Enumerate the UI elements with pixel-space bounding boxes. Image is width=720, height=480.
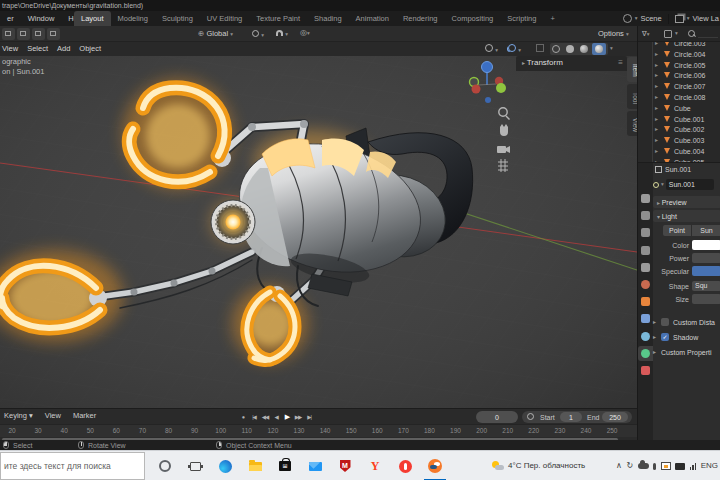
search-input[interactable]: ите здесь текст для поиска bbox=[0, 452, 145, 480]
viewport-menu-select[interactable]: Select bbox=[27, 45, 57, 53]
expand-icon[interactable]: ▸ bbox=[655, 72, 658, 78]
expand-icon[interactable]: ▸ bbox=[655, 51, 658, 57]
viewport-menu-view[interactable]: View bbox=[2, 45, 27, 53]
menu-window[interactable]: Window bbox=[21, 15, 62, 23]
shading-wireframe-button[interactable] bbox=[552, 45, 560, 55]
snap-toggle[interactable]: ▾ bbox=[276, 30, 288, 38]
datablock-name-field[interactable]: Sun.001 bbox=[666, 179, 714, 190]
workspace-tab-animation[interactable]: Animation bbox=[349, 11, 396, 26]
expand-icon[interactable]: ▸ bbox=[655, 94, 658, 100]
photos-icon[interactable] bbox=[661, 462, 671, 470]
transform-panel[interactable]: ▸ Transform ≡ bbox=[516, 56, 627, 71]
expand-icon[interactable]: ▸ bbox=[655, 148, 658, 154]
gizmos-dropdown[interactable]: ▾ bbox=[485, 44, 498, 54]
current-frame-field[interactable]: 0 bbox=[476, 411, 518, 423]
viewport-3d-scene[interactable] bbox=[0, 56, 637, 408]
properties-tab-modifiers[interactable] bbox=[638, 311, 653, 326]
properties-tab-scene[interactable] bbox=[638, 260, 653, 275]
show-hidden-icons[interactable]: ∧ bbox=[616, 462, 622, 470]
custom-dista-checkbox[interactable] bbox=[661, 318, 669, 326]
outliner-row[interactable]: ▸Cube.004 bbox=[638, 146, 720, 157]
expand-icon[interactable]: ▸ bbox=[655, 126, 658, 132]
workspace-tab-scripting[interactable]: Scripting bbox=[500, 11, 543, 26]
subpanel-shadow[interactable]: ▸✓Shadow bbox=[653, 332, 720, 343]
properties-tab-texture[interactable] bbox=[638, 363, 653, 378]
workspace-tab-layout[interactable]: Layout bbox=[74, 11, 111, 26]
filter-icon[interactable]: ∇▾ bbox=[642, 30, 649, 38]
timeline-menu-view[interactable]: View bbox=[43, 412, 71, 420]
language-indicator[interactable]: ENG bbox=[701, 462, 718, 470]
light-panel-header[interactable]: ▾ Light bbox=[653, 210, 720, 222]
options-dropdown[interactable]: Options ▾ bbox=[598, 30, 629, 38]
menu-er[interactable]: er bbox=[0, 15, 21, 23]
timeline-menu-marker[interactable]: Marker bbox=[71, 412, 106, 420]
workspace-tab-compositing[interactable]: Compositing bbox=[445, 11, 501, 26]
outliner-row[interactable]: ▸Circle.007 bbox=[638, 81, 720, 92]
wallet-icon[interactable] bbox=[675, 463, 685, 470]
taskbar-icon-file-explorer[interactable] bbox=[240, 451, 270, 480]
timeline-menu-keying[interactable]: Keying ▾ bbox=[2, 412, 43, 420]
expand-icon[interactable]: ▸ bbox=[655, 42, 658, 46]
workspace-tab-shading[interactable]: Shading bbox=[307, 11, 349, 26]
light-type-sun-button[interactable]: Sun bbox=[692, 225, 720, 236]
taskbar-icon-store[interactable]: ⊞ bbox=[270, 451, 300, 480]
outliner-row[interactable]: ▸Cube bbox=[638, 103, 720, 114]
shadow-checkbox[interactable]: ✓ bbox=[661, 333, 669, 341]
light-type-point-button[interactable]: Point bbox=[663, 225, 691, 236]
workspace-tab-modeling[interactable]: Modeling bbox=[111, 11, 155, 26]
subpanel-custom-properti[interactable]: ▸Custom Properti bbox=[653, 347, 720, 358]
onedrive-cloud-icon[interactable] bbox=[638, 463, 649, 469]
timeline-ruler[interactable]: 2030405060708090100110120130140150160170… bbox=[0, 424, 637, 437]
jump-end-button[interactable]: ▶| bbox=[304, 412, 314, 422]
taskbar-icon-task-view[interactable] bbox=[180, 451, 210, 480]
outliner-row[interactable]: ▸Circle.006 bbox=[638, 70, 720, 81]
workspace-tab-sculpting[interactable]: Sculpting bbox=[155, 11, 200, 26]
size-field[interactable] bbox=[692, 294, 720, 304]
taskbar-icon-mail[interactable] bbox=[300, 451, 330, 480]
taskbar-icon-yandex-music[interactable] bbox=[390, 451, 420, 480]
shading-rendered-button[interactable] bbox=[595, 45, 603, 55]
subpanel-custom-dista[interactable]: ▸Custom Dista bbox=[653, 317, 720, 328]
outliner-row[interactable]: ▸Circle.008 bbox=[638, 92, 720, 103]
search-input[interactable] bbox=[698, 37, 718, 38]
xray-toggle[interactable] bbox=[536, 44, 544, 54]
expand-icon[interactable]: ▸ bbox=[655, 137, 658, 143]
view-layer-name[interactable]: View La bbox=[692, 15, 719, 23]
next-frame-button[interactable]: ▶▶ bbox=[293, 412, 303, 422]
microphone-icon[interactable] bbox=[653, 463, 656, 470]
orientation-dropdown[interactable]: ⊕ Global ▾ bbox=[198, 30, 233, 38]
pivot-point-dropdown[interactable]: ▾ bbox=[252, 30, 264, 39]
preview-panel-header[interactable]: ▸ Preview bbox=[653, 196, 720, 208]
properties-tab-render[interactable] bbox=[638, 208, 653, 223]
properties-tab-physics[interactable] bbox=[638, 329, 653, 344]
chevron-down-icon[interactable]: ▾ bbox=[610, 46, 613, 52]
viewport-menu-object[interactable]: Object bbox=[79, 45, 110, 53]
workspace-tab-+[interactable]: + bbox=[543, 11, 561, 26]
tool-icon-1[interactable] bbox=[2, 28, 15, 40]
expand-icon[interactable]: ▸ bbox=[655, 83, 658, 89]
sync-icon[interactable]: ↻ bbox=[626, 462, 633, 470]
tool-icon-2[interactable] bbox=[17, 28, 30, 40]
camera-view-icon[interactable] bbox=[497, 146, 510, 153]
workspace-tab-rendering[interactable]: Rendering bbox=[396, 11, 445, 26]
outliner-row[interactable]: ▸Cube.002 bbox=[638, 124, 720, 135]
expand-icon[interactable]: ▸ bbox=[655, 105, 658, 111]
workspace-tab-texture-paint[interactable]: Texture Paint bbox=[249, 11, 307, 26]
viewport-menu-add[interactable]: Add bbox=[57, 45, 79, 53]
properties-tab-object[interactable] bbox=[638, 294, 653, 309]
expand-icon[interactable]: ▸ bbox=[655, 116, 658, 122]
outliner-row[interactable]: ▸Circle.004 bbox=[638, 49, 720, 60]
end-frame-field[interactable]: 250 bbox=[602, 412, 628, 422]
panel-menu-icon[interactable]: ≡ bbox=[618, 59, 623, 67]
workspace-tab-uv-editing[interactable]: UV Editing bbox=[200, 11, 249, 26]
properties-tab-view-layer[interactable] bbox=[638, 243, 653, 258]
taskbar-icon-yandex[interactable]: Y bbox=[360, 451, 390, 480]
shading-solid-button[interactable] bbox=[566, 45, 574, 55]
jump-start-button[interactable]: |◀ bbox=[249, 412, 259, 422]
taskbar-icon-cortana[interactable] bbox=[150, 451, 180, 480]
prev-keyframe-button[interactable]: ◀◀ bbox=[260, 412, 270, 422]
shading-material-button[interactable] bbox=[580, 45, 588, 55]
network-icon[interactable] bbox=[690, 463, 697, 470]
clock-icon[interactable] bbox=[527, 413, 534, 420]
outliner-row[interactable]: ▸Circle.005 bbox=[638, 60, 720, 71]
